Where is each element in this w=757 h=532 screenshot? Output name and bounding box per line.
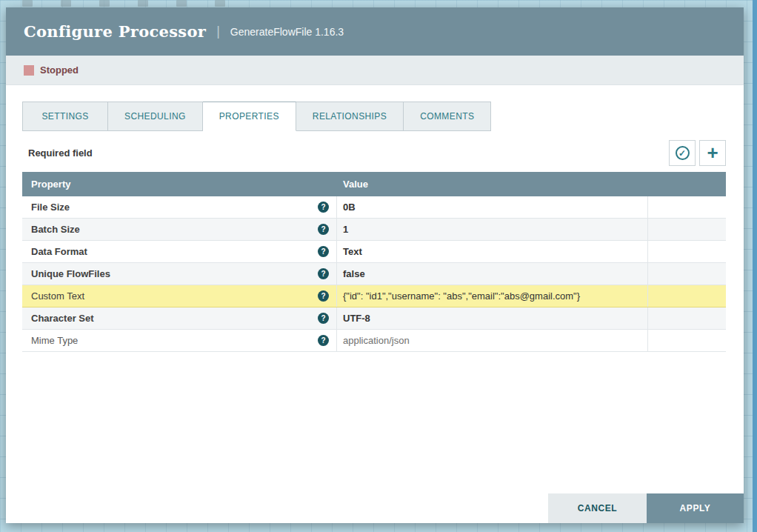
property-actions: ✓ + — [669, 140, 726, 166]
toolbar-icon — [215, 0, 225, 7]
property-value: Text — [343, 246, 362, 257]
toolbar-icon — [138, 0, 148, 7]
required-field-label: Required field — [22, 147, 93, 159]
cancel-button[interactable]: CANCEL — [548, 493, 647, 523]
dialog-header: Configure Processor | GenerateFlowFile 1… — [6, 7, 744, 56]
column-header-property: Property — [22, 179, 337, 190]
table-header: Property Value — [22, 172, 726, 196]
property-value: 1 — [343, 224, 348, 235]
toolbar-icon — [99, 0, 110, 7]
processor-name-version: GenerateFlowFile 1.16.3 — [230, 26, 344, 38]
extra-cell — [648, 330, 726, 351]
table-row-custom-text: Custom Text ? {"id": "id1","username": "… — [22, 285, 726, 307]
tab-comments[interactable]: COMMENTS — [404, 102, 491, 131]
window-edge-bar — [753, 0, 757, 532]
extra-cell — [648, 307, 726, 329]
verify-properties-button[interactable]: ✓ — [669, 140, 696, 166]
property-value: UTF-8 — [343, 313, 370, 324]
help-icon[interactable]: ? — [318, 313, 329, 324]
property-value: false — [343, 268, 365, 279]
property-name: Data Format — [31, 246, 87, 257]
help-icon[interactable]: ? — [318, 290, 329, 302]
property-value-cell[interactable]: {"id": "id1","username": "abs","email":"… — [337, 285, 648, 307]
dialog-footer: CANCEL APPLY — [548, 493, 744, 523]
extra-cell — [648, 241, 726, 262]
title-separator: | — [216, 24, 220, 39]
extra-cell — [648, 285, 726, 307]
property-value-cell[interactable]: 0B — [337, 196, 648, 218]
property-value: {"id": "id1","username": "abs","email":"… — [343, 290, 580, 302]
properties-toolbar: Required field ✓ + — [22, 139, 726, 166]
property-value-cell[interactable]: Text — [337, 241, 648, 262]
status-bar: Stopped — [6, 56, 744, 85]
toolbar-peek — [22, 0, 225, 7]
table-row-character-set: Character Set ? UTF-8 — [22, 307, 726, 330]
nifi-canvas: Configure Processor | GenerateFlowFile 1… — [0, 0, 757, 532]
help-icon[interactable]: ? — [318, 335, 329, 346]
configure-processor-dialog: Configure Processor | GenerateFlowFile 1… — [6, 7, 744, 523]
help-icon[interactable]: ? — [318, 224, 329, 235]
toolbar-icon — [176, 0, 187, 7]
property-value-cell[interactable]: UTF-8 — [337, 307, 648, 329]
property-value-cell[interactable]: 1 — [337, 219, 648, 240]
tab-relationships[interactable]: RELATIONSHIPS — [296, 102, 404, 131]
table-row-data-format: Data Format ? Text — [22, 241, 726, 263]
tab-settings[interactable]: SETTINGS — [22, 102, 108, 131]
property-name: Character Set — [31, 313, 94, 324]
extra-cell — [648, 263, 726, 285]
property-value-cell[interactable]: application/json — [337, 330, 648, 351]
table-row-unique-flowfiles: Unique FlowFiles ? false — [22, 263, 726, 285]
property-name: File Size — [31, 202, 70, 213]
property-name: Unique FlowFiles — [31, 268, 110, 279]
table-row-mime-type: Mime Type ? application/json — [22, 330, 726, 352]
property-name: Batch Size — [31, 224, 80, 235]
check-circle-icon: ✓ — [676, 146, 690, 160]
dialog-tabs: SETTINGS SCHEDULING PROPERTIES RELATIONS… — [22, 102, 491, 131]
plus-icon: + — [707, 144, 718, 162]
stopped-square-icon — [24, 65, 34, 76]
extra-cell — [648, 196, 726, 218]
table-row-batch-size: Batch Size ? 1 — [22, 219, 726, 241]
property-name: Custom Text — [31, 290, 84, 302]
dialog-title: Configure Processor — [24, 22, 206, 41]
extra-cell — [648, 219, 726, 240]
tab-scheduling[interactable]: SCHEDULING — [108, 102, 203, 131]
apply-button[interactable]: APPLY — [647, 493, 744, 523]
property-value: 0B — [343, 202, 356, 213]
tab-properties[interactable]: PROPERTIES — [203, 102, 296, 131]
property-name: Mime Type — [31, 335, 78, 346]
properties-table: Property Value File Size ? 0B Batch Size… — [22, 172, 726, 352]
table-row-file-size: File Size ? 0B — [22, 196, 726, 219]
help-icon[interactable]: ? — [318, 202, 329, 213]
toolbar-icon — [61, 0, 71, 7]
toolbar-icon — [22, 0, 33, 7]
property-value-cell[interactable]: false — [337, 263, 648, 285]
help-icon[interactable]: ? — [318, 268, 329, 279]
column-header-value: Value — [337, 179, 648, 190]
status-label: Stopped — [40, 64, 79, 76]
help-icon[interactable]: ? — [318, 246, 329, 257]
property-value: application/json — [343, 335, 410, 346]
add-property-button[interactable]: + — [699, 140, 726, 166]
